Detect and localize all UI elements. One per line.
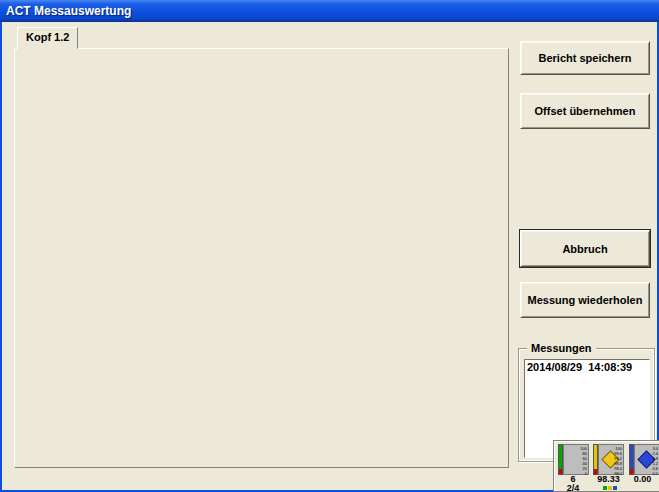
mini-gauge-icon xyxy=(603,486,617,490)
gauge-tick-labels: 10099.699.298.898.498.0 xyxy=(614,446,622,476)
gauge-scale-box: 100806040200 xyxy=(563,444,589,475)
gauge-panel-3: 3.02.41.81.20.60.0 xyxy=(629,444,659,475)
apply-offset-button[interactable]: Offset übernehmen xyxy=(520,93,650,129)
status-gauge-widget: 10080604020062/410099.699.298.898.498.09… xyxy=(553,440,659,492)
gauge-value: 98.33 xyxy=(591,475,626,484)
apply-offset-label: Offset übernehmen xyxy=(535,105,636,117)
gauge-tick-labels: 100806040200 xyxy=(580,446,587,476)
save-report-button[interactable]: Bericht speichern xyxy=(520,41,650,75)
gauge-scale-box: 3.02.41.81.20.60.0 xyxy=(634,444,659,475)
app-window: ACT Messauswertung Kopf 1.2 P&P-Modul Po… xyxy=(0,0,659,492)
measurement-list-item[interactable]: 2014/08/29 14:08:39 xyxy=(525,360,649,374)
gauge-value: 0.00 xyxy=(627,475,658,484)
gauge-tick-labels: 3.02.41.81.20.60.0 xyxy=(652,446,658,476)
repeat-measurement-button[interactable]: Messung wiederholen xyxy=(520,282,650,318)
window-title: ACT Messauswertung xyxy=(6,4,131,18)
abort-button[interactable]: Abbruch xyxy=(520,230,650,267)
tab-label: Kopf 1.2 xyxy=(26,31,69,43)
save-report-label: Bericht speichern xyxy=(539,52,632,64)
tab-kopf-1-2[interactable]: Kopf 1.2 xyxy=(17,27,78,49)
gauge-panel-2: 10099.699.298.898.498.0 xyxy=(593,444,624,475)
gauge-panel-1: 100806040200 xyxy=(558,444,589,475)
repeat-measurement-label: Messung wiederholen xyxy=(528,294,643,306)
abort-label: Abbruch xyxy=(562,243,607,255)
title-bar: ACT Messauswertung xyxy=(0,0,659,22)
tab-page xyxy=(14,48,509,468)
messungen-group-label: Messungen xyxy=(527,341,596,355)
gauge-scale-box: 10099.699.298.898.498.0 xyxy=(598,444,624,475)
gauge-secondary-value: 2/4 xyxy=(556,484,590,492)
